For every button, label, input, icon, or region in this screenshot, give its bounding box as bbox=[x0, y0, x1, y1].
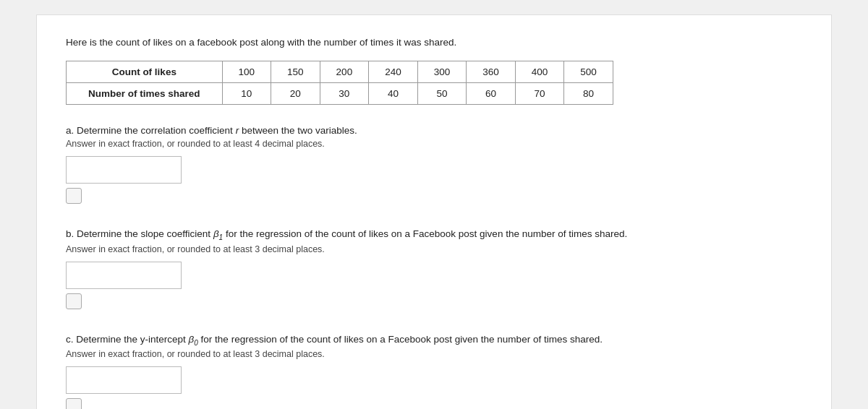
page-container: Here is the count of likes on a facebook… bbox=[36, 14, 832, 409]
question-b-beta: β1 bbox=[213, 228, 223, 239]
question-a-block: a. Determine the correlation coefficient… bbox=[66, 125, 802, 205]
question-a-label: a. Determine the correlation coefficient bbox=[66, 125, 236, 136]
question-b-label: b. Determine the slope coefficient bbox=[66, 228, 213, 239]
answer-c-input[interactable] bbox=[66, 366, 182, 394]
shared-40: 40 bbox=[369, 83, 418, 105]
table-row-likes: Count of likes 100 150 200 240 300 360 4… bbox=[67, 61, 613, 83]
likes-150: 150 bbox=[271, 61, 320, 83]
submit-b-button[interactable] bbox=[66, 293, 82, 309]
answer-a-input[interactable] bbox=[66, 156, 182, 184]
data-table: Count of likes 100 150 200 240 300 360 4… bbox=[66, 61, 613, 105]
question-c-block: c. Determine the y-intercept β0 for the … bbox=[66, 334, 802, 409]
shared-70: 70 bbox=[515, 83, 564, 105]
question-b-end: for the regression of the count of likes… bbox=[223, 228, 627, 239]
likes-360: 360 bbox=[467, 61, 516, 83]
row2-header: Number of times shared bbox=[67, 83, 223, 105]
question-b-text: b. Determine the slope coefficient β1 fo… bbox=[66, 228, 802, 241]
likes-500: 500 bbox=[564, 61, 613, 83]
shared-50: 50 bbox=[417, 83, 467, 105]
shared-30: 30 bbox=[320, 83, 369, 105]
question-c-text: c. Determine the y-intercept β0 for the … bbox=[66, 334, 802, 347]
question-a-subtext: Answer in exact fraction, or rounded to … bbox=[66, 139, 802, 149]
likes-200: 200 bbox=[320, 61, 369, 83]
answer-b-input[interactable] bbox=[66, 262, 182, 289]
shared-20: 20 bbox=[271, 83, 320, 105]
likes-100: 100 bbox=[222, 61, 271, 83]
question-a-text: a. Determine the correlation coefficient… bbox=[66, 125, 802, 136]
shared-80: 80 bbox=[564, 83, 613, 105]
likes-400: 400 bbox=[515, 61, 564, 83]
shared-60: 60 bbox=[467, 83, 516, 105]
table-row-shared: Number of times shared 10 20 30 40 50 60… bbox=[67, 83, 613, 105]
question-a-end: between the two variables. bbox=[239, 125, 357, 136]
likes-240: 240 bbox=[369, 61, 418, 83]
likes-300: 300 bbox=[417, 61, 467, 83]
submit-a-button[interactable] bbox=[66, 188, 82, 204]
question-c-beta: β0 bbox=[189, 334, 198, 345]
submit-c-button[interactable] bbox=[66, 398, 82, 409]
question-c-subtext: Answer in exact fraction, or rounded to … bbox=[66, 349, 802, 359]
question-c-end: for the regression of the count of likes… bbox=[198, 334, 603, 345]
question-b-subtext: Answer in exact fraction, or rounded to … bbox=[66, 244, 802, 254]
question-b-block: b. Determine the slope coefficient β1 fo… bbox=[66, 228, 802, 311]
question-c-label: c. Determine the y-intercept bbox=[66, 334, 189, 345]
row1-header: Count of likes bbox=[67, 61, 223, 83]
intro-text: Here is the count of likes on a facebook… bbox=[66, 37, 802, 48]
shared-10: 10 bbox=[222, 83, 271, 105]
